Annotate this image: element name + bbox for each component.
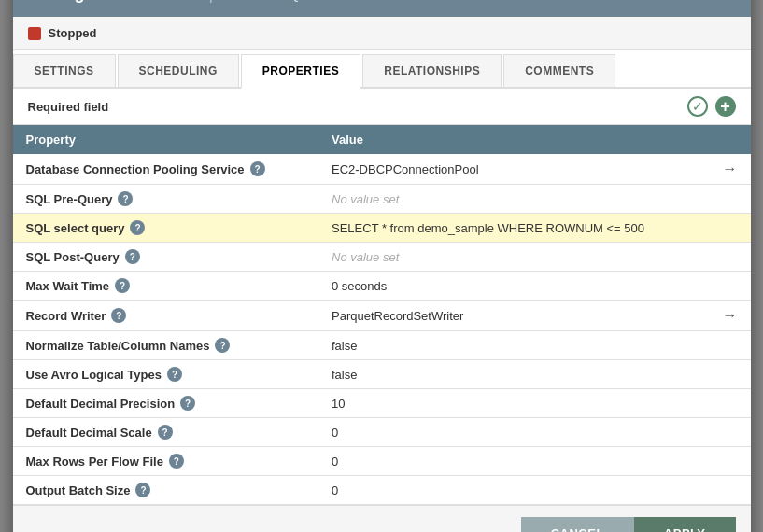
- check-icon[interactable]: ✓: [687, 96, 708, 117]
- table-row[interactable]: Default Decimal Precision?10: [13, 389, 751, 418]
- help-icon[interactable]: ?: [135, 483, 150, 497]
- help-icon[interactable]: ?: [167, 367, 182, 382]
- table-row[interactable]: Record Writer?ParquetRecordSetWriter→: [13, 301, 751, 331]
- property-value: false: [332, 339, 357, 353]
- property-name: Default Decimal Scale: [26, 426, 152, 440]
- configure-processor-dialog: Configure Processor | ExecuteSQLRecord 1…: [13, 0, 751, 532]
- property-name: Default Decimal Precision: [26, 397, 176, 411]
- dialog-header: Configure Processor | ExecuteSQLRecord 1…: [13, 0, 751, 17]
- apply-button[interactable]: APPLY: [634, 517, 736, 532]
- tab-relationships[interactable]: RELATIONSHIPS: [362, 54, 502, 87]
- table-row[interactable]: Max Wait Time?0 seconds: [13, 272, 751, 301]
- required-field-icons: ✓ +: [687, 96, 736, 117]
- table-row[interactable]: SQL Post-Query?No value set: [13, 243, 751, 272]
- tabs-container: SETTINGS SCHEDULING PROPERTIES RELATIONS…: [13, 50, 751, 89]
- help-icon[interactable]: ?: [118, 191, 133, 206]
- table-row[interactable]: Use Avro Logical Types?false: [13, 360, 751, 389]
- property-name: Record Writer: [26, 309, 106, 323]
- table-row[interactable]: Normalize Table/Column Names?false: [13, 331, 751, 360]
- dialog-title: Configure Processor: [32, 0, 198, 4]
- property-value: 0: [332, 483, 338, 497]
- property-value: No value set: [332, 250, 399, 264]
- properties-table-container: Property Value Database Connection Pooli…: [13, 125, 751, 505]
- property-value: EC2-DBCPConnectionPool: [332, 162, 479, 176]
- property-value: SELECT * from demo_sample WHERE ROWNUM <…: [332, 221, 644, 235]
- property-value: ParquetRecordSetWriter: [332, 309, 463, 323]
- table-row[interactable]: Default Decimal Scale?0: [13, 418, 751, 447]
- navigate-arrow-icon[interactable]: →: [723, 307, 738, 324]
- property-value: 0 seconds: [332, 279, 387, 293]
- cancel-button[interactable]: CANCEL: [521, 517, 634, 532]
- property-name: Max Wait Time: [26, 279, 110, 293]
- dialog-footer: CANCEL APPLY: [13, 505, 751, 532]
- status-indicator: [28, 27, 41, 40]
- table-row[interactable]: SQL Pre-Query?No value set: [13, 185, 751, 214]
- tab-settings[interactable]: SETTINGS: [13, 54, 116, 87]
- property-value: No value set: [332, 192, 399, 206]
- required-field-row: Required field ✓ +: [13, 89, 751, 125]
- property-name: SQL select query: [26, 221, 125, 235]
- tab-comments[interactable]: COMMENTS: [503, 54, 615, 87]
- property-value: 0: [332, 455, 338, 469]
- help-icon[interactable]: ?: [125, 249, 140, 264]
- property-value: 0: [332, 426, 338, 440]
- help-icon[interactable]: ?: [250, 161, 265, 176]
- add-property-button[interactable]: +: [715, 96, 736, 117]
- table-row[interactable]: Output Batch Size?0: [13, 476, 751, 505]
- property-name: Use Avro Logical Types: [26, 368, 162, 382]
- property-name: Database Connection Pooling Service: [26, 162, 245, 176]
- help-icon[interactable]: ?: [111, 308, 126, 323]
- help-icon[interactable]: ?: [180, 396, 195, 411]
- tab-properties[interactable]: PROPERTIES: [241, 54, 360, 89]
- help-icon[interactable]: ?: [130, 220, 145, 235]
- status-bar: Stopped: [13, 17, 751, 50]
- help-icon[interactable]: ?: [158, 425, 173, 440]
- property-name: SQL Pre-Query: [26, 192, 113, 206]
- table-row[interactable]: Max Rows Per Flow File?0: [13, 447, 751, 476]
- property-name: SQL Post-Query: [26, 250, 120, 264]
- help-icon[interactable]: ?: [115, 278, 130, 293]
- table-row[interactable]: Database Connection Pooling Service?EC2-…: [13, 154, 751, 185]
- header-divider: |: [209, 0, 214, 4]
- property-value: 10: [332, 397, 345, 411]
- navigate-arrow-icon[interactable]: →: [723, 161, 738, 177]
- property-value: false: [332, 368, 357, 382]
- property-name: Max Rows Per Flow File: [26, 455, 163, 469]
- dialog-subtitle: ExecuteSQLRecord 1.25.0: [224, 0, 402, 3]
- tab-scheduling[interactable]: SCHEDULING: [118, 54, 239, 87]
- column-property: Property: [13, 125, 319, 154]
- required-field-label: Required field: [28, 100, 109, 114]
- help-icon[interactable]: ?: [215, 338, 230, 353]
- property-name: Normalize Table/Column Names: [26, 339, 210, 353]
- column-action: [710, 125, 751, 154]
- status-label: Stopped: [49, 26, 97, 40]
- property-name: Output Batch Size: [26, 483, 131, 497]
- table-row[interactable]: SQL select query?SELECT * from demo_samp…: [13, 214, 751, 243]
- help-icon[interactable]: ?: [169, 454, 184, 469]
- column-value: Value: [318, 125, 710, 154]
- properties-table: Property Value Database Connection Pooli…: [13, 125, 751, 505]
- table-header-row: Property Value: [13, 125, 751, 154]
